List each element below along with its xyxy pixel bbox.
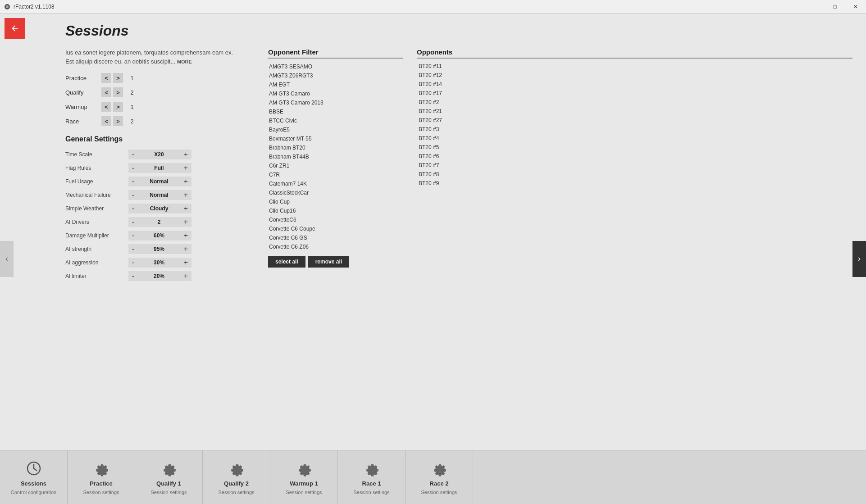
session-prev-button[interactable]: <	[101, 116, 111, 126]
session-next-button[interactable]: >	[113, 102, 123, 112]
side-arrow-right-button[interactable]: ›	[852, 241, 866, 277]
filter-item[interactable]: CorvetteC6	[268, 215, 403, 224]
filter-item[interactable]: BayroE5	[268, 125, 403, 134]
filter-item[interactable]: Caterham7 14K	[268, 179, 403, 188]
opponent-item[interactable]: BT20 #8	[417, 170, 852, 178]
setting-controls: - 2 +	[128, 217, 191, 227]
session-prev-button[interactable]: <	[101, 73, 111, 83]
opponent-item[interactable]: BT20 #6	[417, 152, 852, 160]
filter-item[interactable]: C6r ZR1	[268, 161, 403, 170]
svg-line-4	[34, 468, 37, 471]
nav-item-sessions[interactable]: Sessions Control configuration	[0, 450, 68, 504]
setting-decrease-button[interactable]: -	[130, 151, 136, 158]
nav-item-qualify-1[interactable]: Qualify 1 Session settings	[135, 450, 203, 504]
setting-increase-button[interactable]: +	[182, 232, 190, 239]
nav-item-title: Race 1	[362, 480, 381, 487]
opponent-item[interactable]: BT20 #9	[417, 179, 852, 187]
setting-decrease-button[interactable]: -	[130, 218, 136, 226]
gear-icon	[430, 459, 448, 477]
session-controls: < > 2	[101, 87, 139, 97]
opponent-item[interactable]: BT20 #27	[417, 116, 852, 124]
filter-item[interactable]: BBSE	[268, 107, 403, 116]
opponent-item[interactable]: BT20 #14	[417, 80, 852, 88]
filter-item[interactable]: Corvette C6 Coupe	[268, 224, 403, 233]
opponent-filter-column: Opponent Filter AMGT3 SESAMOAMGT3 Z06RGT…	[268, 48, 403, 450]
session-label: Warmup	[65, 104, 101, 110]
filter-item[interactable]: Clio Cup16	[268, 206, 403, 215]
nav-item-warmup-1[interactable]: Warmup 1 Session settings	[270, 450, 338, 504]
more-link[interactable]: MORE	[177, 59, 192, 64]
opponent-item[interactable]: BT20 #7	[417, 161, 852, 169]
setting-decrease-button[interactable]: -	[130, 259, 136, 266]
opponent-item[interactable]: BT20 #3	[417, 125, 852, 133]
setting-increase-button[interactable]: +	[182, 205, 190, 212]
setting-decrease-button[interactable]: -	[130, 245, 136, 253]
back-arrow-icon	[10, 24, 19, 33]
filter-item[interactable]: AM EGT	[268, 80, 403, 89]
filter-list[interactable]: AMGT3 SESAMOAMGT3 Z06RGT3AM EGTAM GT3 Ca…	[268, 62, 403, 251]
filter-item[interactable]: ClassicStockCar	[268, 188, 403, 197]
filter-item[interactable]: Brabham BT44B	[268, 152, 403, 161]
nav-item-race-1[interactable]: Race 1 Session settings	[338, 450, 406, 504]
session-next-button[interactable]: >	[113, 116, 123, 126]
nav-item-race-2[interactable]: Race 2 Session settings	[406, 450, 473, 504]
minimize-button[interactable]: –	[804, 0, 825, 14]
maximize-button[interactable]: □	[825, 0, 845, 14]
session-next-button[interactable]: >	[113, 87, 123, 97]
session-prev-button[interactable]: <	[101, 87, 111, 97]
opponent-item[interactable]: BT20 #12	[417, 71, 852, 79]
nav-item-title: Race 2	[430, 480, 449, 487]
nav-item-qualify-2[interactable]: Qualify 2 Session settings	[203, 450, 270, 504]
filter-item[interactable]: AMGT3 Z06RGT3	[268, 71, 403, 80]
setting-increase-button[interactable]: +	[182, 178, 190, 185]
setting-increase-button[interactable]: +	[182, 245, 190, 253]
opponent-item[interactable]: BT20 #5	[417, 143, 852, 151]
setting-row: Mechanical Failure - Normal +	[65, 190, 255, 200]
nav-item-practice[interactable]: Practice Session settings	[68, 450, 135, 504]
opponent-item[interactable]: BT20 #11	[417, 62, 852, 70]
nav-item-subtitle: Session settings	[286, 490, 322, 495]
setting-decrease-button[interactable]: -	[130, 272, 136, 280]
filter-item[interactable]: BTCC Civic	[268, 116, 403, 125]
filter-item[interactable]: AMGT3 SESAMO	[268, 62, 403, 71]
filter-item[interactable]: Brabham BT20	[268, 143, 403, 152]
opponent-item[interactable]: BT20 #21	[417, 107, 852, 115]
filter-item[interactable]: Boxmaster MT-55	[268, 134, 403, 143]
select-all-button[interactable]: select all	[268, 256, 305, 268]
filter-item[interactable]: Corvette C6 Z06	[268, 242, 403, 251]
svg-point-1	[6, 5, 9, 8]
session-prev-button[interactable]: <	[101, 102, 111, 112]
opponent-item[interactable]: BT20 #4	[417, 134, 852, 142]
close-button[interactable]: ✕	[845, 0, 866, 14]
general-settings-title: General Settings	[65, 135, 255, 143]
setting-increase-button[interactable]: +	[182, 259, 190, 266]
session-label: Practice	[65, 75, 101, 82]
setting-decrease-button[interactable]: -	[130, 191, 136, 199]
gear-icon	[160, 459, 178, 477]
setting-decrease-button[interactable]: -	[130, 178, 136, 185]
columns: Ius ea sonet legere platonem, torquatos …	[0, 48, 866, 450]
opponent-item[interactable]: BT20 #17	[417, 89, 852, 97]
setting-increase-button[interactable]: +	[182, 151, 190, 158]
remove-all-button[interactable]: remove all	[308, 256, 349, 268]
filter-item[interactable]: Clio Cup	[268, 197, 403, 206]
setting-label: Mechanical Failure	[65, 192, 128, 198]
setting-decrease-button[interactable]: -	[130, 164, 136, 172]
setting-controls: - Full +	[128, 163, 191, 173]
setting-decrease-button[interactable]: -	[130, 232, 136, 239]
filter-item[interactable]: Corvette C6 GS	[268, 233, 403, 242]
titlebar-controls: – □ ✕	[804, 0, 866, 14]
filter-item[interactable]: C7R	[268, 170, 403, 179]
setting-increase-button[interactable]: +	[182, 218, 190, 226]
setting-decrease-button[interactable]: -	[130, 205, 136, 212]
setting-increase-button[interactable]: +	[182, 272, 190, 280]
filter-item[interactable]: AM GT3 Camaro	[268, 89, 403, 98]
session-next-button[interactable]: >	[113, 73, 123, 83]
filter-item[interactable]: AM GT3 Camaro 2013	[268, 98, 403, 107]
back-button[interactable]	[5, 18, 25, 39]
setting-increase-button[interactable]: +	[182, 191, 190, 199]
side-arrow-left-button[interactable]: ‹	[0, 241, 14, 277]
setting-increase-button[interactable]: +	[182, 164, 190, 172]
setting-row: Simple Weather - Cloudy +	[65, 204, 255, 213]
opponent-item[interactable]: BT20 #2	[417, 98, 852, 106]
